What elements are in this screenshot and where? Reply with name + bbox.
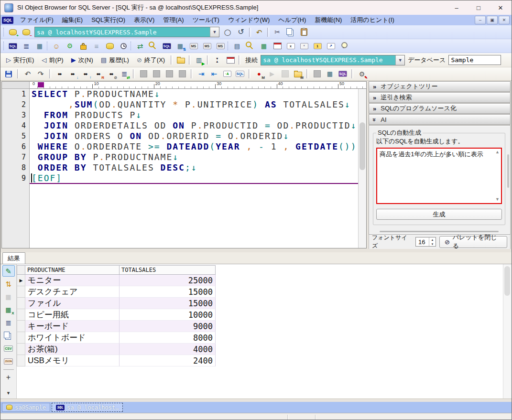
row-selector[interactable]: [17, 332, 25, 344]
table-icon[interactable]: ▤: [231, 40, 243, 52]
scroll-down-icon[interactable]: ▼: [495, 197, 500, 202]
script-output-icon[interactable]: ≣: [2, 317, 15, 328]
chevron-down-icon[interactable]: ▼: [210, 27, 219, 37]
sql-code-area[interactable]: SELECT P.PRODUCTNAME↓ ,SUM(OD.QUANTITY *…: [30, 89, 358, 248]
export-csv-icon[interactable]: CSV: [2, 343, 15, 354]
indent-icon[interactable]: ⇥: [195, 68, 207, 80]
comment-toggle-icon[interactable]: ·A: [221, 68, 233, 80]
ai-prompt-textarea[interactable]: 商品を過去1年の売上が多い順に表示 ▲ ▼: [376, 148, 502, 204]
remove-connection-icon[interactable]: −: [20, 26, 33, 38]
splitter[interactable]: [0, 249, 512, 252]
chevron-down-icon[interactable]: ▼: [395, 55, 404, 65]
window-close-icon[interactable]: x: [284, 40, 297, 52]
menu-item-file[interactable]: ファイル(F): [16, 15, 58, 25]
cell-productname[interactable]: ホワイトボード: [25, 332, 120, 344]
redo-edit-icon[interactable]: ↷: [34, 68, 47, 80]
ms-query-icon[interactable]: MS: [187, 40, 200, 52]
cut-icon[interactable]: ✂: [271, 26, 283, 38]
menu-item-edit[interactable]: 編集(E): [58, 15, 87, 25]
table-sync-icon[interactable]: ▦⇅: [174, 40, 186, 52]
cell-productname[interactable]: キーボード: [25, 321, 120, 332]
close-palette-button[interactable]: ⊘ パレットを閉じる: [439, 236, 507, 248]
cell-totalsales[interactable]: 10000: [120, 309, 216, 321]
result-window-icon[interactable]: ▦: [33, 40, 46, 52]
lock-icon[interactable]: [77, 40, 89, 52]
script-icon[interactable]: ≣: [20, 40, 33, 52]
row-selector[interactable]: [17, 321, 25, 332]
row-selector[interactable]: [17, 286, 25, 298]
font-size-stepper[interactable]: 16 ▲ ▼: [415, 237, 436, 247]
undo-edit-icon[interactable]: ↶: [22, 68, 34, 80]
panel-vertical-scrollbar[interactable]: [507, 154, 509, 188]
row-selector[interactable]: [17, 344, 25, 355]
disabled-button-3[interactable]: [163, 68, 175, 80]
ms-print-icon[interactable]: MS: [214, 40, 227, 52]
database-stack-icon[interactable]: ≡: [90, 40, 103, 52]
column-header-totalsales[interactable]: TOTALSALES: [120, 265, 216, 275]
hint-bulb-icon[interactable]: [338, 40, 350, 52]
macro-stop-icon[interactable]: [279, 68, 291, 80]
cell-productname[interactable]: ファイル: [25, 298, 120, 309]
undo-icon[interactable]: ↶: [253, 26, 265, 38]
cell-totalsales[interactable]: 15000: [120, 298, 216, 309]
open-file-icon[interactable]: [174, 54, 187, 66]
menu-item-sql-exec[interactable]: SQL実行(O): [87, 15, 130, 25]
results-vertical-scrollbar[interactable]: [503, 264, 512, 398]
menu-item-tips[interactable]: 活用のヒント(I): [346, 15, 399, 25]
table-grid-icon[interactable]: ▦: [258, 40, 270, 52]
find-prev-icon[interactable]: ●●↑: [79, 68, 92, 80]
database-input[interactable]: Sample: [448, 55, 501, 65]
sql-editor[interactable]: 01020304050 123456789 SELECT P.PRODUCTNA…: [1, 81, 367, 248]
disabled-button-4[interactable]: [176, 68, 188, 80]
stepper-up-icon[interactable]: ▲: [429, 237, 436, 242]
fit-window-icon[interactable]: ▼▲: [211, 54, 223, 66]
close-button[interactable]: ✕: [490, 0, 512, 15]
cell-productname[interactable]: お茶(箱): [25, 344, 120, 355]
window-list-icon[interactable]: [271, 40, 283, 52]
key-window-icon[interactable]: [147, 40, 160, 52]
menu-item-admin[interactable]: 管理(A): [159, 15, 188, 25]
cell-totalsales[interactable]: 8000: [120, 332, 216, 344]
scroll-up-icon[interactable]: ▲: [495, 150, 500, 154]
editor-settings-icon[interactable]: ⚙✎: [356, 68, 368, 80]
find-icon[interactable]: ●●: [54, 68, 66, 80]
sort-rows-icon[interactable]: ⇅: [2, 278, 15, 290]
results-tab[interactable]: 結果: [2, 252, 25, 264]
cell-productname[interactable]: コピー用紙: [25, 309, 120, 321]
result-grid-icon[interactable]: ▦: [324, 68, 336, 80]
sql-window-tab[interactable]: SQLsa @ localhost…: [52, 403, 123, 412]
disabled-button-5[interactable]: [311, 68, 323, 80]
docs-number-icon[interactable]: 1: [311, 40, 324, 52]
find-stop-icon[interactable]: ●●⊘: [105, 68, 118, 80]
edit-mode-icon[interactable]: ✎: [2, 265, 15, 277]
menu-item-tools[interactable]: ツール(T): [188, 15, 224, 25]
new-session-icon[interactable]: ◯: [221, 26, 234, 38]
reconnect-icon[interactable]: ↺: [235, 26, 247, 38]
tablespace-icon[interactable]: [104, 40, 116, 52]
row-selector[interactable]: [17, 309, 25, 321]
disabled-button-2[interactable]: [150, 68, 163, 80]
menu-item-view[interactable]: 表示(V): [130, 15, 159, 25]
sql-library-icon[interactable]: SQL: [337, 68, 349, 80]
execution-connection-combobox[interactable]: sa @ localhost¥SQLEXPRESS.Sample ▼: [261, 55, 405, 65]
find-next-icon[interactable]: ●●↓: [66, 68, 79, 80]
row-selector[interactable]: ▶: [17, 275, 25, 286]
execute-button[interactable]: ▷実行(E): [2, 55, 38, 65]
save-icon[interactable]: [2, 68, 15, 80]
column-header-productname[interactable]: PRODUCTNAME: [25, 265, 120, 275]
line-select-icon[interactable]: ≣⇄: [118, 68, 131, 80]
mdi-minimize-button[interactable]: –: [475, 16, 486, 24]
cell-totalsales[interactable]: 9000: [120, 321, 216, 332]
menu-item-help[interactable]: ヘルプ(H): [274, 15, 310, 25]
add-connection-icon[interactable]: +: [7, 26, 19, 38]
mdi-close-button[interactable]: ✕: [499, 16, 510, 24]
more-rows-icon[interactable]: ▾: [2, 387, 15, 398]
horizontal-scrollbar[interactable]: [380, 231, 499, 232]
roles-gear-icon[interactable]: ⚙: [64, 40, 76, 52]
disabled-button-1[interactable]: [137, 68, 150, 80]
menu-item-window[interactable]: ウィンドウ(W): [224, 15, 274, 25]
window-cascade-icon[interactable]: *: [298, 40, 310, 52]
sql-search-icon[interactable]: SQL: [161, 40, 173, 52]
copy-result-icon[interactable]: [2, 330, 15, 341]
menu-item-new-features[interactable]: 新機能(N): [310, 15, 346, 25]
